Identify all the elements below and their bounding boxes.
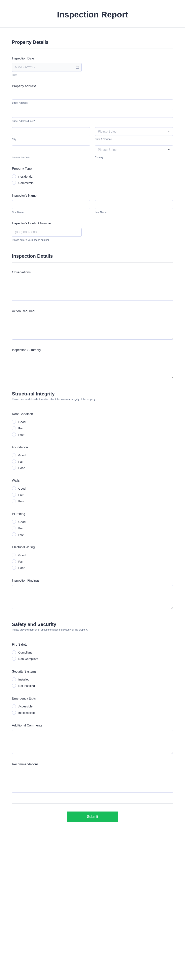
radio-item[interactable]: Poor [12,565,173,571]
street-address-2-input[interactable] [12,109,173,118]
last-name-input[interactable] [95,200,173,209]
radio-label: Good [18,453,26,457]
section-subtitle: Please provide information about the saf… [12,628,173,631]
foundation-radio[interactable] [12,466,16,470]
radio-label: Not Installed [18,684,35,687]
radio-item[interactable]: Installed [12,676,173,682]
state-select[interactable]: Please Select [95,127,173,136]
inspection-date-label: Inspection Date [12,57,173,60]
inspection-date-input[interactable] [12,63,82,72]
inspection-summary-textarea[interactable] [12,355,173,379]
fire-safety-radio[interactable] [12,651,16,654]
recommendations-textarea[interactable] [12,769,173,793]
observations-label: Observations [12,270,173,274]
radio-item[interactable]: Good [12,519,173,525]
fire-safety-radio[interactable] [12,657,16,661]
radio-item[interactable]: Accessible [12,703,173,710]
property-type-radio[interactable] [12,175,16,178]
roof-radio[interactable] [12,433,16,436]
inspection-findings-textarea[interactable] [12,585,173,609]
section-inspection-details: Inspection Details [12,253,173,262]
last-name-sublabel: Last Name [95,211,173,214]
radio-item[interactable]: Fair [12,425,173,431]
inspection-summary-label: Inspection Summary [12,348,173,352]
radio-item[interactable]: Poor [12,431,173,438]
section-structural: Structural Integrity Please provide deta… [12,391,173,404]
inspection-findings-label: Inspection Findings [12,579,173,582]
electrical-radio[interactable] [12,566,16,570]
property-type-radio[interactable] [12,181,16,185]
foundation-radio[interactable] [12,460,16,463]
first-name-sublabel: First Name [12,211,90,214]
security-radio[interactable] [12,677,16,681]
street-address-input[interactable] [12,91,173,100]
section-subtitle: Please provide detailed information abou… [12,398,173,401]
additional-comments-textarea[interactable] [12,730,173,754]
radio-label: Fair [18,493,24,496]
inspector-phone-label: Inspector's Contact Number [12,222,173,225]
radio-item[interactable]: Poor [12,531,173,538]
plumbing-radio[interactable] [12,520,16,524]
property-address-label: Property Address [12,84,173,88]
exits-radio[interactable] [12,704,16,708]
section-safety: Safety and Security Please provide infor… [12,622,173,635]
country-select[interactable]: Please Select [95,145,173,154]
electrical-radio[interactable] [12,553,16,557]
country-sublabel: Country [95,156,173,159]
observations-textarea[interactable] [12,277,173,301]
radio-label: Good [18,554,26,557]
state-sublabel: State / Province [95,138,173,140]
radio-item[interactable]: Commercial [12,180,173,186]
radio-label: Commercial [18,181,34,185]
radio-item[interactable]: Good [12,552,173,558]
radio-label: Residential [18,175,33,178]
radio-item[interactable]: Good [12,418,173,425]
walls-radio[interactable] [12,493,16,497]
postal-sublabel: Postal / Zip Code [12,156,90,159]
radio-label: Good [18,487,26,490]
radio-item[interactable]: Inaccessible [12,710,173,716]
radio-item[interactable]: Good [12,452,173,458]
radio-item[interactable]: Fair [12,525,173,531]
action-required-label: Action Required [12,309,173,313]
roof-radio[interactable] [12,420,16,424]
walls-radio[interactable] [12,487,16,490]
security-systems-label: Security Systems [12,670,173,673]
radio-label: Compliant [18,651,32,654]
radio-item[interactable]: Fair [12,458,173,465]
radio-item[interactable]: Fair [12,492,173,498]
radio-label: Fair [18,426,24,430]
inspector-name-label: Inspector's Name [12,194,173,197]
radio-label: Good [18,420,26,423]
section-title: Inspection Details [12,253,173,259]
walls-radio[interactable] [12,499,16,503]
radio-item[interactable]: Poor [12,465,173,471]
fire-safety-label: Fire Safety [12,643,173,646]
exits-radio[interactable] [12,711,16,714]
street-sublabel: Street Address [12,102,173,104]
submit-button[interactable]: Submit [67,811,118,822]
plumbing-radio[interactable] [12,533,16,536]
security-radio[interactable] [12,684,16,687]
emergency-exits-label: Emergency Exits [12,697,173,700]
foundation-radio[interactable] [12,453,16,457]
radio-item[interactable]: Good [12,485,173,492]
radio-item[interactable]: Fair [12,558,173,565]
radio-item[interactable]: Residential [12,173,173,180]
city-input[interactable] [12,127,90,136]
first-name-input[interactable] [12,200,90,209]
radio-item[interactable]: Not Installed [12,682,173,689]
postal-input[interactable] [12,145,90,154]
phone-input[interactable] [12,228,82,237]
radio-label: Good [18,520,26,523]
roof-radio[interactable] [12,426,16,430]
action-required-textarea[interactable] [12,316,173,340]
radio-label: Fair [18,460,24,463]
radio-item[interactable]: Non-Compliant [12,655,173,662]
walls-label: Walls [12,479,173,482]
radio-label: Non-Compliant [18,657,38,660]
electrical-radio[interactable] [12,559,16,563]
plumbing-radio[interactable] [12,526,16,530]
radio-item[interactable]: Compliant [12,649,173,655]
radio-item[interactable]: Poor [12,498,173,504]
